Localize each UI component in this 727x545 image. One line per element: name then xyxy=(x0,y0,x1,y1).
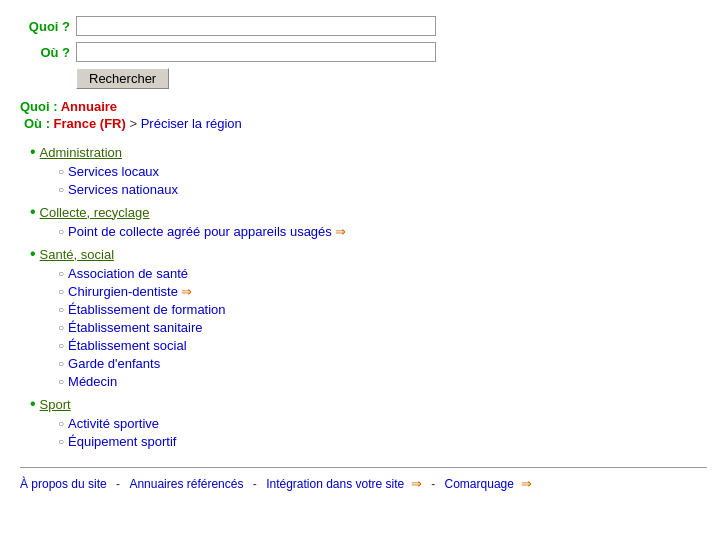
subcategory-item: ○Établissement social xyxy=(58,338,707,353)
footer-link[interactable]: Intégration dans votre site xyxy=(266,477,404,491)
category-name-link[interactable]: Santé, social xyxy=(40,247,114,262)
category-item: •Santé, social○Association de santé○Chir… xyxy=(30,245,707,389)
category-list: •Administration○Services locaux○Services… xyxy=(30,143,707,449)
subcategory-list: ○Association de santé○Chirurgien-dentist… xyxy=(58,266,707,389)
category-name-link[interactable]: Sport xyxy=(40,397,71,412)
arrow-icon: ⇒ xyxy=(335,224,346,239)
ou-row: Où ? xyxy=(20,42,707,62)
subcategory-item: ○Services nationaux xyxy=(58,182,707,197)
preciser-link[interactable]: Préciser la région xyxy=(141,116,242,131)
category-bullet: • xyxy=(30,245,36,263)
category-name-link[interactable]: Collecte, recyclage xyxy=(40,205,150,220)
category-name-link[interactable]: Administration xyxy=(40,145,122,160)
subcategory-link[interactable]: Établissement de formation xyxy=(68,302,226,317)
quoi-input[interactable] xyxy=(76,16,436,36)
footer-link[interactable]: Comarquage xyxy=(445,477,514,491)
footer-link[interactable]: Annuaires référencés xyxy=(129,477,243,491)
subcategory-bullet: ○ xyxy=(58,340,64,351)
subcategory-bullet: ○ xyxy=(58,286,64,297)
ou-result-value: France (FR) xyxy=(54,116,126,131)
category-bullet: • xyxy=(30,143,36,161)
category-bullet: • xyxy=(30,395,36,413)
subcategory-item: ○Chirurgien-dentiste⇒ xyxy=(58,284,707,299)
search-button[interactable]: Rechercher xyxy=(76,68,169,89)
quoi-label: Quoi ? xyxy=(20,19,70,34)
ou-result-label: Où : xyxy=(24,116,54,131)
footer-separator: - xyxy=(113,477,124,491)
footer-arrow-icon: ⇒ xyxy=(517,476,532,491)
subcategory-bullet: ○ xyxy=(58,226,64,237)
quoi-result-label: Quoi : xyxy=(20,99,61,114)
category-bullet: • xyxy=(30,203,36,221)
quoi-result: Quoi : Annuaire xyxy=(20,99,707,114)
ou-input[interactable] xyxy=(76,42,436,62)
quoi-result-value: Annuaire xyxy=(61,99,117,114)
subcategory-link[interactable]: Activité sportive xyxy=(68,416,159,431)
subcategory-bullet: ○ xyxy=(58,358,64,369)
subcategory-item: ○Établissement sanitaire xyxy=(58,320,707,335)
ou-result: Où : France (FR) > Préciser la région xyxy=(24,116,707,131)
subcategory-link[interactable]: Établissement sanitaire xyxy=(68,320,202,335)
subcategory-list: ○Point de collecte agréé pour appareils … xyxy=(58,224,707,239)
subcategory-item: ○Garde d'enfants xyxy=(58,356,707,371)
category-item: •Sport○Activité sportive○Équipement spor… xyxy=(30,395,707,449)
footer-separator: - xyxy=(249,477,260,491)
page-wrapper: Quoi ? Où ? Rechercher Quoi : Annuaire O… xyxy=(0,0,727,545)
subcategory-item: ○Équipement sportif xyxy=(58,434,707,449)
subcategory-bullet: ○ xyxy=(58,304,64,315)
footer-separator: - xyxy=(428,477,439,491)
search-button-row: Rechercher xyxy=(76,68,707,89)
subcategory-bullet: ○ xyxy=(58,166,64,177)
subcategory-item: ○Association de santé xyxy=(58,266,707,281)
subcategory-item: ○Services locaux xyxy=(58,164,707,179)
arrow-icon: ⇒ xyxy=(181,284,192,299)
search-form: Quoi ? Où ? Rechercher xyxy=(20,16,707,89)
subcategory-item: ○Point de collecte agréé pour appareils … xyxy=(58,224,707,239)
footer: À propos du site - Annuaires référencés … xyxy=(20,467,707,491)
subcategory-link[interactable]: Point de collecte agréé pour appareils u… xyxy=(68,224,332,239)
subcategory-bullet: ○ xyxy=(58,268,64,279)
subcategory-list: ○Services locaux○Services nationaux xyxy=(58,164,707,197)
subcategory-bullet: ○ xyxy=(58,376,64,387)
subcategory-link[interactable]: Services locaux xyxy=(68,164,159,179)
subcategory-link[interactable]: Garde d'enfants xyxy=(68,356,160,371)
subcategory-item: ○Établissement de formation xyxy=(58,302,707,317)
subcategory-link[interactable]: Association de santé xyxy=(68,266,188,281)
subcategory-bullet: ○ xyxy=(58,322,64,333)
subcategory-link[interactable]: Établissement social xyxy=(68,338,187,353)
subcategory-item: ○Médecin xyxy=(58,374,707,389)
subcategory-bullet: ○ xyxy=(58,418,64,429)
subcategory-link[interactable]: Médecin xyxy=(68,374,117,389)
quoi-row: Quoi ? xyxy=(20,16,707,36)
ou-separator: > xyxy=(126,116,141,131)
subcategory-bullet: ○ xyxy=(58,436,64,447)
subcategory-item: ○Activité sportive xyxy=(58,416,707,431)
category-item: •Collecte, recyclage○Point de collecte a… xyxy=(30,203,707,239)
subcategory-link[interactable]: Équipement sportif xyxy=(68,434,176,449)
subcategory-link[interactable]: Services nationaux xyxy=(68,182,178,197)
footer-arrow-icon: ⇒ xyxy=(407,476,422,491)
subcategory-bullet: ○ xyxy=(58,184,64,195)
category-item: •Administration○Services locaux○Services… xyxy=(30,143,707,197)
subcategory-list: ○Activité sportive○Équipement sportif xyxy=(58,416,707,449)
ou-label: Où ? xyxy=(20,45,70,60)
subcategory-link[interactable]: Chirurgien-dentiste xyxy=(68,284,178,299)
footer-link[interactable]: À propos du site xyxy=(20,477,107,491)
